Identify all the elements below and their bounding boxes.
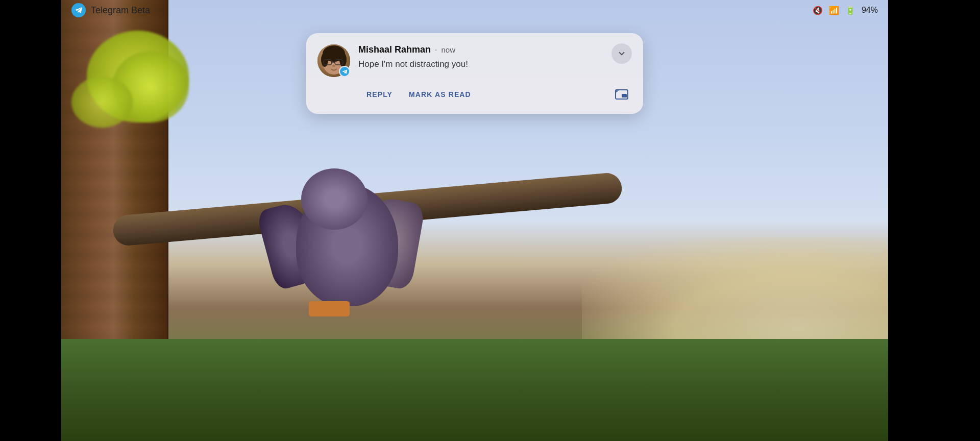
telegram-svg <box>74 6 83 15</box>
notification-title-row: Mishaal Rahman · now <box>358 44 603 55</box>
leaf-blob-3 <box>71 77 133 128</box>
bird <box>214 143 429 357</box>
timestamp: now <box>442 45 456 54</box>
notification-actions: REPLY MARK AS READ <box>317 84 632 105</box>
notification-content: Mishaal Rahman · now Hope I'm not distra… <box>358 44 603 70</box>
mark-as-read-button[interactable]: MARK AS READ <box>401 86 479 103</box>
status-bar-right: 🔇 📶 🔋 94% <box>813 6 878 15</box>
sidebar-left <box>0 0 61 441</box>
battery-percentage: 94% <box>862 6 878 15</box>
reply-button[interactable]: REPLY <box>358 86 401 103</box>
pip-icon <box>615 87 629 102</box>
notification-card: Mishaal Rahman · now Hope I'm not distra… <box>306 33 643 114</box>
telegram-app-icon <box>71 3 86 17</box>
svg-point-7 <box>332 65 335 67</box>
pip-button[interactable] <box>611 84 632 105</box>
sidebar-right <box>888 0 980 441</box>
bird-head <box>301 168 368 230</box>
telegram-badge-svg <box>341 68 348 75</box>
bottom-vegetation <box>61 339 888 441</box>
wifi-icon: 📶 <box>829 6 839 15</box>
svg-rect-9 <box>622 94 627 97</box>
status-bar-left: Telegram Beta <box>71 3 150 17</box>
telegram-badge <box>339 66 350 77</box>
screen: Telegram Beta 🔇 📶 🔋 94% <box>61 0 888 441</box>
mute-icon: 🔇 <box>813 6 823 15</box>
sender-name: Mishaal Rahman <box>358 44 431 55</box>
battery-icon: 🔋 <box>845 6 855 15</box>
avatar-container <box>317 44 350 77</box>
chevron-down-icon <box>617 49 626 58</box>
dot-separator: · <box>435 45 437 55</box>
message-text: Hope I'm not distracting you! <box>358 58 603 70</box>
app-name-label: Telegram Beta <box>91 5 150 16</box>
notification-header: Mishaal Rahman · now Hope I'm not distra… <box>317 44 632 77</box>
collapse-button[interactable] <box>611 43 632 64</box>
status-bar: Telegram Beta 🔇 📶 🔋 94% <box>61 0 888 20</box>
bird-feet <box>309 301 350 316</box>
